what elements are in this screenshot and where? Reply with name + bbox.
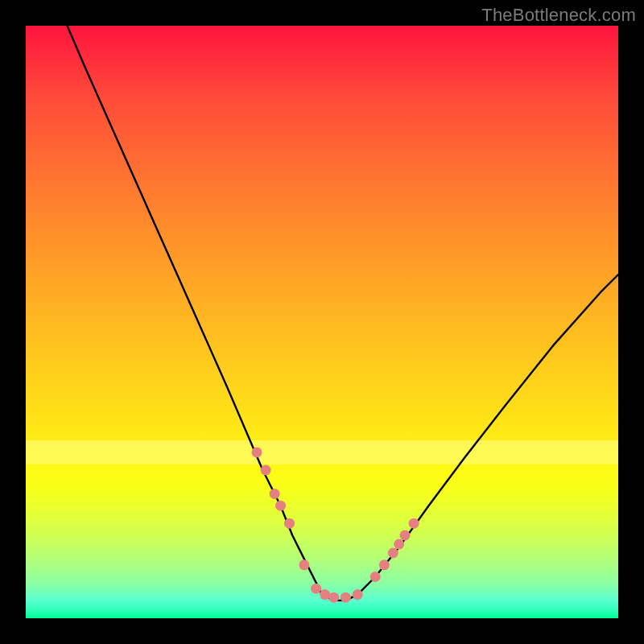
marker-dot: [261, 465, 271, 476]
marker-dot: [409, 518, 419, 529]
marker-dot: [252, 447, 262, 457]
curve-layer: [26, 26, 618, 618]
bottleneck-curve: [68, 26, 619, 601]
marker-dot: [379, 559, 390, 570]
chart-frame: TheBottleneck.com: [0, 0, 644, 644]
marker-dot: [388, 548, 398, 559]
marker-dot: [353, 589, 363, 600]
marker-dot: [311, 584, 321, 594]
marker-dot: [275, 501, 286, 511]
marker-dot: [320, 589, 330, 600]
marker-dot: [270, 489, 280, 499]
marker-dot: [394, 539, 404, 550]
marker-dot: [299, 559, 309, 570]
marker-dot: [370, 572, 381, 582]
marker-dot: [341, 592, 351, 603]
marker-dot: [284, 518, 295, 529]
watermark-text: TheBottleneck.com: [481, 5, 636, 26]
highlighted-points: [252, 447, 419, 602]
marker-dot: [328, 592, 339, 603]
plot-area: [26, 26, 618, 618]
marker-dot: [400, 530, 411, 541]
